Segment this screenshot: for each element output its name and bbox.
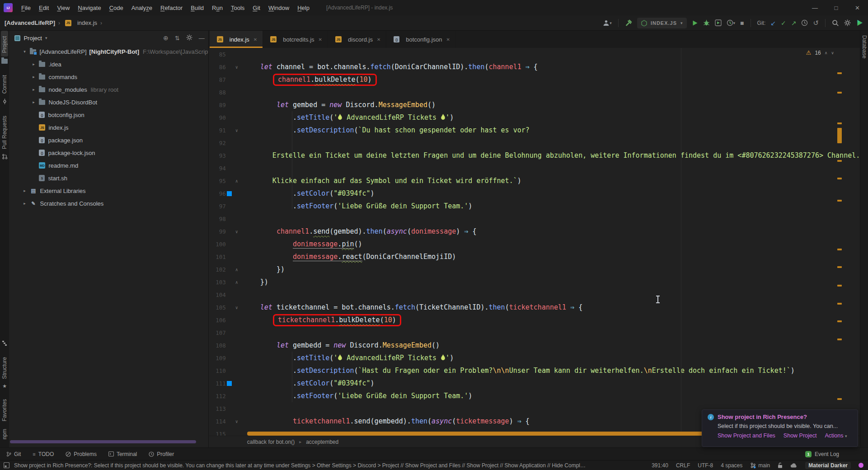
tab-index-js[interactable]: JSindex.js✕ <box>210 31 263 48</box>
user-account-icon[interactable]: ▾ <box>603 19 612 26</box>
encoding-select[interactable]: UTF-8 <box>698 462 713 469</box>
git-commit-icon[interactable]: ✓ <box>781 20 786 26</box>
tree-item-external-libraries[interactable]: ▸▤External Libraries <box>9 184 208 197</box>
git-update-icon[interactable]: ↙ <box>770 20 776 26</box>
sidebar-item-database[interactable]: Database <box>861 35 868 58</box>
run-with-coverage-icon[interactable] <box>715 19 722 26</box>
tree-item-node-modules[interactable]: ▸node_moduleslibrary root <box>9 83 208 96</box>
fold-marker-icon[interactable]: ∧ <box>233 179 240 183</box>
toolwindow-profiler[interactable]: Profiler <box>149 451 174 457</box>
fold-marker-icon[interactable]: ∨ <box>233 419 240 424</box>
sidebar-item-pull-requests[interactable]: Pull Requests <box>1 116 8 149</box>
sidebar-item-project[interactable]: Project <box>1 31 8 56</box>
tree-item-scratches-and-consoles[interactable]: ▸✎Scratches and Consoles <box>9 197 208 210</box>
material-theme-icon[interactable] <box>856 19 863 27</box>
cloud-sync-icon[interactable] <box>790 463 798 468</box>
toolwindow-event-log[interactable]: 1 Event Log <box>805 451 839 457</box>
actions-dropdown[interactable]: Actions ▾ <box>825 432 847 439</box>
sidebar-item-favorites[interactable]: Favorites <box>1 399 8 421</box>
line-ending-select[interactable]: CRLF <box>676 462 690 469</box>
tree-expanded-icon[interactable]: ▾ <box>21 49 28 54</box>
show-project-link[interactable]: Show Project <box>784 432 817 439</box>
menu-item-navigate[interactable]: Navigate <box>74 5 105 11</box>
tree-collapsed-icon[interactable]: ▸ <box>30 100 37 104</box>
close-icon[interactable]: ✕ <box>319 37 322 42</box>
git-push-icon[interactable]: ↗ <box>791 20 797 26</box>
toolwindow-problems[interactable]: Problems <box>66 451 97 457</box>
tab-discord-js[interactable]: JSdiscord.js✕ <box>328 31 386 48</box>
tree-item-nodejs-disordbot[interactable]: ▸NodeJS-DisordBot <box>9 96 208 108</box>
maximize-button[interactable]: □ <box>826 0 847 15</box>
fold-marker-icon[interactable]: ∧ <box>233 280 240 285</box>
project-view-select[interactable]: Project ▾ <box>14 35 47 42</box>
menu-item-tools[interactable]: Tools <box>227 5 249 11</box>
breadcrumb-project[interactable]: [AdvancedLifeRP] <box>5 19 55 26</box>
toolwindow-todo[interactable]: ≡TODO <box>33 451 54 457</box>
tree-item-start-sh[interactable]: $start.sh <box>9 172 208 184</box>
menu-item-refactor[interactable]: Refactor <box>156 5 187 11</box>
indent-config[interactable]: 4 spaces <box>721 462 742 469</box>
history-clock-icon[interactable] <box>801 19 808 26</box>
tree-item--idea[interactable]: ▸.idea <box>9 58 208 70</box>
fold-marker-icon[interactable]: ∧ <box>233 267 240 272</box>
show-project-and-files-link[interactable]: Show Project and Files <box>718 432 775 439</box>
sidebar-item-structure[interactable]: Structure <box>1 357 8 379</box>
tree-collapsed-icon[interactable]: ▸ <box>21 188 28 193</box>
toolwindow-git[interactable]: Git <box>6 451 21 457</box>
menu-item-edit[interactable]: Edit <box>35 5 53 11</box>
menu-item-run[interactable]: Run <box>208 5 227 11</box>
tree-root[interactable]: ▾ [AdvancedLifeRP] [NightCityRP-Bot] F:\… <box>9 45 208 58</box>
close-icon[interactable]: ✕ <box>253 37 257 42</box>
caret-position[interactable]: 391:40 <box>652 462 668 469</box>
tab-botcredits-js[interactable]: JSbotcredits.js✕ <box>263 31 328 48</box>
breadcrumb-file[interactable]: index.js <box>77 19 97 26</box>
sidebar-item-npm[interactable]: npm <box>1 429 8 439</box>
tree-collapsed-icon[interactable]: ▸ <box>30 75 37 79</box>
collapse-all-icon[interactable]: ⇅ <box>175 35 180 42</box>
breadcrumb-callback[interactable]: callback for bot.on() <box>247 439 295 445</box>
minimize-button[interactable]: — <box>804 0 826 15</box>
toolwindow-switcher-icon[interactable] <box>4 462 9 468</box>
menu-item-window[interactable]: Window <box>264 5 293 11</box>
fold-marker-icon[interactable]: ∨ <box>233 305 240 310</box>
rollback-icon[interactable]: ↺ <box>813 19 819 26</box>
stop-button[interactable]: ■ <box>740 20 744 26</box>
project-horizontal-scrollbar[interactable] <box>10 440 196 443</box>
chevron-up-icon[interactable]: ∧ <box>825 51 828 55</box>
code-editor[interactable]: 8586∨let channel = bot.channels.fetch(Do… <box>209 48 860 436</box>
menu-item-git[interactable]: Git <box>249 5 264 11</box>
tab-botconfig-json[interactable]: {}botconfig.json✕ <box>386 31 456 48</box>
menu-item-help[interactable]: Help <box>293 5 314 11</box>
menu-item-build[interactable]: Build <box>187 5 208 11</box>
git-branch-widget[interactable]: main <box>750 462 770 469</box>
close-icon[interactable]: ✕ <box>377 37 380 42</box>
fold-marker-icon[interactable]: ∨ <box>233 128 240 133</box>
toolwindow-terminal[interactable]: Terminal <box>108 451 137 457</box>
menu-item-code[interactable]: Code <box>105 5 127 11</box>
tree-item-commands[interactable]: ▸commands <box>9 70 208 83</box>
breadcrumb-acceptembed[interactable]: acceptembed <box>306 439 338 445</box>
tree-item-package-json[interactable]: {}package.json <box>9 134 208 146</box>
lock-icon[interactable] <box>778 462 783 468</box>
run-configuration-select[interactable]: INDEX.JS ▾ <box>637 18 687 28</box>
close-icon[interactable]: ✕ <box>446 37 450 42</box>
tree-collapsed-icon[interactable]: ▸ <box>30 62 37 66</box>
chevron-down-icon[interactable]: ∨ <box>831 51 834 55</box>
theme-switcher[interactable]: Material Darker <box>805 462 851 469</box>
hide-panel-icon[interactable]: — <box>199 35 205 42</box>
tree-item-index-js[interactable]: JSindex.js <box>9 121 208 134</box>
fold-marker-icon[interactable]: ∨ <box>233 229 240 234</box>
search-everywhere-icon[interactable] <box>832 19 839 27</box>
close-button[interactable]: ✕ <box>847 0 868 15</box>
panel-settings-gear-icon[interactable] <box>186 34 192 42</box>
build-hammer-icon[interactable] <box>625 19 632 27</box>
tree-item-package-lock-json[interactable]: {}package-lock.json <box>9 146 208 159</box>
settings-gear-icon[interactable] <box>844 19 851 26</box>
profiler-icon[interactable]: ▾ <box>727 19 736 26</box>
tree-item-botconfig-json[interactable]: {}botconfig.json <box>9 108 208 121</box>
inspection-widget[interactable]: ⚠ 16 ∧ ∨ <box>806 49 834 56</box>
tree-item-readme-md[interactable]: MDreadme.md <box>9 159 208 172</box>
menu-item-file[interactable]: File <box>17 5 35 11</box>
menu-item-view[interactable]: View <box>53 5 74 11</box>
tree-collapsed-icon[interactable]: ▸ <box>30 87 37 92</box>
